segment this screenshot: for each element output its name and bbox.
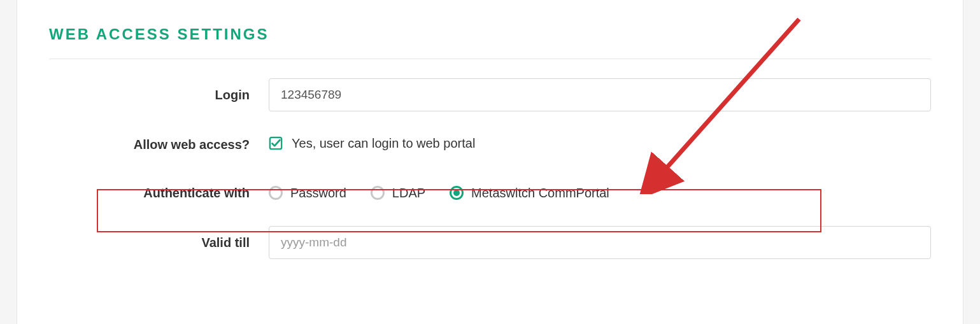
- valid-till-input[interactable]: [269, 226, 931, 259]
- section-divider: [49, 59, 931, 59]
- radio-circle-icon: [371, 186, 385, 200]
- allow-web-text: Yes, user can login to web portal: [292, 136, 475, 151]
- row-authenticate: Authenticate with Password LDAP Metaswit…: [49, 178, 931, 208]
- radio-commportal[interactable]: Metaswitch CommPortal: [450, 186, 609, 201]
- label-valid-till: Valid till: [49, 236, 269, 250]
- checkbox-checked-icon: [269, 136, 283, 150]
- row-valid-till: Valid till: [49, 226, 931, 259]
- radio-password[interactable]: Password: [269, 186, 346, 201]
- row-login: Login: [49, 78, 931, 111]
- row-allow-web: Allow web access? Yes, user can login to…: [49, 129, 931, 160]
- radio-ldap[interactable]: LDAP: [371, 186, 425, 201]
- auth-radio-group: Password LDAP Metaswitch CommPortal: [269, 186, 931, 201]
- allow-web-checkbox[interactable]: Yes, user can login to web portal: [269, 136, 475, 151]
- radio-circle-icon: [269, 186, 283, 200]
- radio-ldap-label: LDAP: [392, 186, 425, 201]
- label-authenticate: Authenticate with: [49, 186, 269, 201]
- control-login: [269, 78, 931, 111]
- label-login: Login: [49, 88, 269, 102]
- control-allow-web: Yes, user can login to web portal: [269, 136, 931, 153]
- radio-password-label: Password: [290, 186, 346, 201]
- radio-circle-selected-icon: [450, 186, 464, 200]
- control-authenticate: Password LDAP Metaswitch CommPortal: [269, 186, 931, 201]
- control-valid-till: [269, 226, 931, 259]
- label-allow-web: Allow web access?: [49, 137, 269, 152]
- login-input[interactable]: [269, 78, 931, 111]
- section-title: WEB ACCESS SETTINGS: [49, 25, 931, 43]
- settings-card: WEB ACCESS SETTINGS Login Allow web acce…: [17, 0, 963, 324]
- radio-commportal-label: Metaswitch CommPortal: [471, 186, 609, 201]
